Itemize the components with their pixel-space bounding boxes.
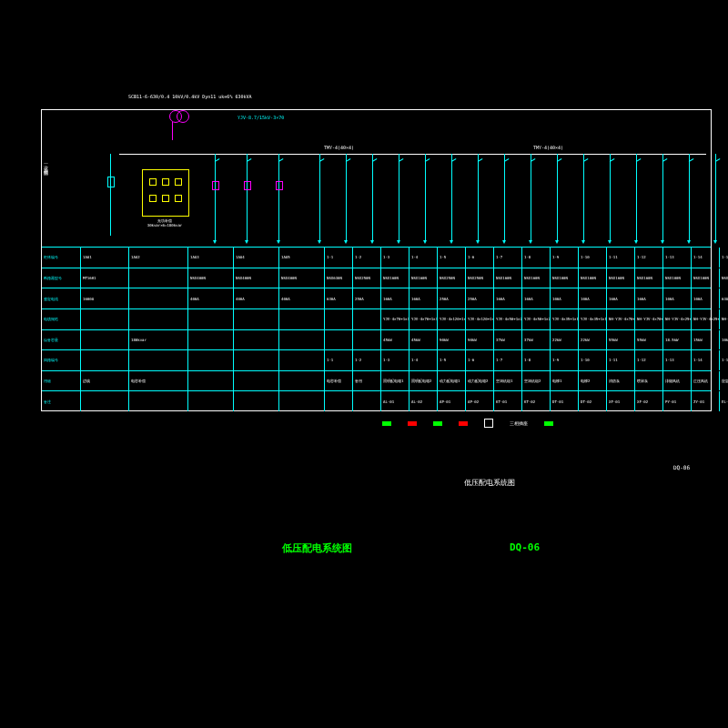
row-header: 备注 xyxy=(42,391,81,411)
cell: 18.5kW xyxy=(663,330,692,350)
cell: 1-8 xyxy=(522,350,551,370)
cell xyxy=(234,330,279,350)
feeder xyxy=(702,154,728,247)
cell: 1-11 xyxy=(607,350,635,370)
row-header: 回路编号 xyxy=(42,350,81,370)
cell: 90kW xyxy=(438,330,466,350)
cell: 630A xyxy=(325,288,353,308)
cell: 1-9 xyxy=(551,248,579,268)
cell: 90kW xyxy=(466,330,494,350)
cell: 1-8 xyxy=(522,248,551,268)
table-row: 柜体编号1AA11AA21AA31AA41AA51-11-21-31-41-51… xyxy=(42,248,711,268)
table-row: 整定电流1600A400A400A400A630A250A160A160A250… xyxy=(42,288,711,309)
cell: 1-1 xyxy=(325,350,353,370)
legend-swatch-red xyxy=(408,421,417,426)
busbar-label-1: TMY-4(40×4) xyxy=(324,145,354,150)
feeder xyxy=(411,154,438,247)
cell: 180kvar xyxy=(129,330,188,350)
cell: 1-1 xyxy=(325,248,353,268)
cell xyxy=(81,330,129,350)
cell: XF-02 xyxy=(635,391,663,411)
cell: 1AA4 xyxy=(234,248,279,268)
cell: NH-YJV-4×25+1×16 xyxy=(692,309,720,329)
feeder xyxy=(306,154,332,247)
cell: YJV-4×50+1×25 xyxy=(494,309,522,329)
feeder xyxy=(332,154,359,247)
cell: 1-6 xyxy=(466,248,494,268)
cell xyxy=(129,391,188,411)
cell xyxy=(188,309,234,329)
cell: 照明配电箱1 xyxy=(381,371,410,391)
cell: 250A xyxy=(353,288,381,308)
cell: DT-02 xyxy=(579,391,607,411)
cell: 喷淋泵 xyxy=(635,371,663,391)
cell: 160A xyxy=(522,288,551,308)
cell: 电容补偿 xyxy=(325,371,353,391)
cell: 160A xyxy=(607,288,635,308)
cell: 1-6 xyxy=(466,350,494,370)
cell: NSX250N xyxy=(438,268,466,288)
cell: 1AA1 xyxy=(81,248,129,268)
cell: 备用 xyxy=(353,371,381,391)
cell: DT-01 xyxy=(551,391,579,411)
drawing-title: 低压配电系统图 xyxy=(282,541,352,555)
cell: YJV-4×35+1×16 xyxy=(551,309,579,329)
cell: EL-01 xyxy=(720,391,728,411)
feeder xyxy=(649,154,675,247)
cell xyxy=(325,330,353,350)
cell: 1-3 xyxy=(381,350,410,370)
cell xyxy=(129,309,188,329)
feeder-breaker xyxy=(233,154,260,247)
cell: NSX100N xyxy=(579,268,607,288)
circuit-table: 柜体编号1AA11AA21AA31AA41AA51-11-21-31-41-51… xyxy=(42,248,711,411)
cell: 1-15 xyxy=(720,350,728,370)
cell xyxy=(234,371,279,391)
cell: 55kW xyxy=(607,330,635,350)
cell: NSX250N xyxy=(466,268,494,288)
cell: 1-2 xyxy=(353,248,381,268)
cell: 动力配电箱2 xyxy=(466,371,494,391)
cell: YJV-4×120+1×70 xyxy=(438,309,466,329)
cell xyxy=(279,350,325,370)
cell: NSX160N xyxy=(381,268,410,288)
cell: 1-7 xyxy=(494,350,522,370)
cell: 1-10 xyxy=(579,350,607,370)
cell: 45kW xyxy=(381,330,410,350)
cell: PY-01 xyxy=(663,391,692,411)
cell: 160A xyxy=(410,288,438,308)
cell: 1-3 xyxy=(381,248,410,268)
cell: 空调机组2 xyxy=(522,371,551,391)
cell: NSX100N xyxy=(551,268,579,288)
cell: 100A xyxy=(551,288,579,308)
cell: AL-01 xyxy=(381,391,410,411)
row-header: 用途 xyxy=(42,371,81,391)
legend-swatch-green xyxy=(544,421,553,426)
cell: 电梯1 xyxy=(551,371,579,391)
cell: 照明配电箱2 xyxy=(410,371,438,391)
legend-swatch-box xyxy=(484,419,493,428)
cell: 37kW xyxy=(494,330,522,350)
cell: 160A xyxy=(635,288,663,308)
cell: 1-13 xyxy=(663,248,692,268)
cell xyxy=(129,350,188,370)
busbar-label-2: TMY-4(40×4) xyxy=(533,145,563,150)
feeder xyxy=(543,154,570,247)
cell: 动力配电箱1 xyxy=(438,371,466,391)
cell: YJV-4×70+1×35 xyxy=(381,309,410,329)
cell: KT-02 xyxy=(522,391,551,411)
cell: 电容补偿 xyxy=(129,371,188,391)
cell xyxy=(353,330,381,350)
cell: 1AA5 xyxy=(279,248,325,268)
cell: 应急照明 xyxy=(720,371,728,391)
feeder-breaker xyxy=(201,154,228,247)
cell: YJV-4×50+1×25 xyxy=(522,309,551,329)
cell: 37kW xyxy=(522,330,551,350)
feeder xyxy=(359,154,385,247)
cell xyxy=(81,350,129,370)
row-header: 设备容量 xyxy=(42,330,81,350)
drawing-sheet: SCB11-6-630/0.4 10kV/0.4kV Dyn11 uk=6% 6… xyxy=(41,109,712,411)
legend-swatch-green xyxy=(382,421,391,426)
feeder xyxy=(517,154,543,247)
cell xyxy=(188,330,234,350)
cell: 1-2 xyxy=(353,350,381,370)
